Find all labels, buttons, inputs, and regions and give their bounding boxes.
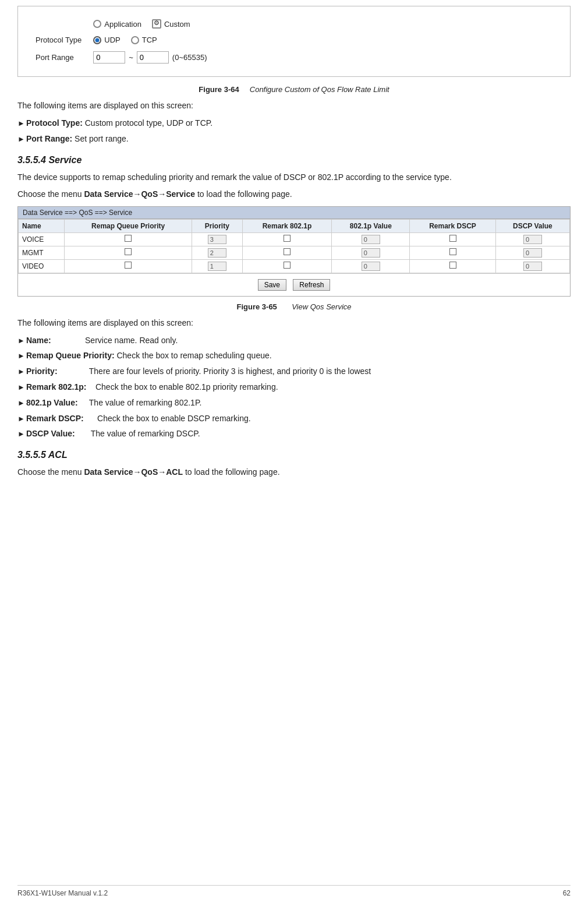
application-radio-item[interactable]: Application — [93, 20, 141, 29]
menu-path-acl: Data Service→QoS→ACL — [84, 467, 183, 477]
udp-radio-item[interactable]: UDP — [93, 36, 120, 44]
voice-802val-input[interactable] — [362, 235, 380, 244]
row-video-priority — [192, 259, 243, 273]
row-video-name: VIDEO — [19, 259, 65, 273]
remark802-desc: Check the box to enable 802.1p priority … — [86, 382, 278, 392]
row-video-remarkdscp[interactable] — [410, 259, 495, 273]
row-voice-dscpval — [495, 232, 569, 246]
voice-priority-input[interactable] — [208, 235, 226, 244]
priority-desc: There are four levels of priority. Prior… — [58, 366, 371, 376]
custom-radio-item[interactable]: Custom — [152, 19, 190, 29]
col-remap: Remap Queue Priority — [65, 219, 192, 232]
service-table-title: Data Service ==> QoS ==> Service — [18, 207, 570, 219]
value802-desc: The value of remarking 802.1P. — [78, 398, 202, 407]
row-mgmt-802val — [332, 246, 410, 259]
para-end: to load the following page. — [183, 467, 280, 477]
mgmt-dscpval-input[interactable] — [523, 248, 542, 258]
row-voice-priority — [192, 232, 243, 246]
mgmt-remap-cb[interactable] — [125, 248, 132, 255]
voice-remarkdscp-cb[interactable] — [449, 235, 456, 242]
table-row: MGMT — [19, 246, 570, 259]
custom-label: Custom — [164, 20, 190, 29]
col-priority: Priority — [192, 219, 243, 232]
row-voice-remarkdscp[interactable] — [410, 232, 495, 246]
voice-remark802-cb[interactable] — [284, 235, 291, 242]
remap-item: ►Remap Queue Priority: Check the box to … — [17, 349, 571, 362]
col-dscpval: DSCP Value — [495, 219, 569, 232]
video-dscpval-input[interactable] — [523, 262, 542, 271]
tcp-radio-item[interactable]: TCP — [131, 36, 157, 44]
col-remark802: Remark 802.1p — [242, 219, 332, 232]
footer-right: 62 — [563, 889, 571, 897]
application-label: Application — [104, 20, 141, 29]
save-button[interactable]: Save — [258, 279, 286, 291]
video-remark802-cb[interactable] — [284, 262, 291, 269]
row-voice-remark802[interactable] — [242, 232, 332, 246]
protocol-type-desc: Custom protocol type, UDP or TCP. — [85, 118, 212, 128]
table-row: VOICE — [19, 232, 570, 246]
figure-64-box: Application Custom Protocol Type UDP — [17, 6, 571, 77]
section-354-heading: 3.5.5.4 Service — [17, 155, 571, 165]
section355-para: Choose the menu Data Service→QoS→ACL to … — [17, 466, 571, 478]
priority-item: ►Priority: There are four levels of prio… — [17, 365, 571, 378]
row-mgmt-dscpval — [495, 246, 569, 259]
port-range-row: Port Range ~ (0~65535) — [30, 48, 213, 67]
footer-left: R36X1-W1User Manual v.1.2 — [17, 889, 108, 897]
port-range-label: Port Range — [30, 48, 87, 67]
port-range-to[interactable] — [137, 51, 169, 64]
service-table-buttons: Save Refresh — [18, 273, 570, 296]
row-mgmt-remap[interactable] — [65, 246, 192, 259]
video-802val-input[interactable] — [362, 262, 380, 271]
row-video-remark802[interactable] — [242, 259, 332, 273]
udp-radio-circle — [93, 36, 101, 44]
dscpval-bold: DSCP Value: — [26, 429, 75, 438]
row-video-dscpval — [495, 259, 569, 273]
row-mgmt-priority — [192, 246, 243, 259]
col-name: Name — [19, 219, 65, 232]
page-footer: R36X1-W1User Manual v.1.2 62 — [17, 885, 571, 897]
remarkdscp-item: ►Remark DSCP: Check the box to enable DS… — [17, 412, 571, 425]
value802-bold: 802.1p Value: — [26, 398, 78, 407]
port-range-from[interactable] — [93, 51, 125, 64]
section-355-heading: 3.5.5.5 ACL — [17, 450, 571, 460]
choose-menu-text: Choose the menu — [17, 189, 84, 199]
video-priority-input[interactable] — [208, 262, 226, 271]
dscpval-item: ►DSCP Value: The value of remarking DSCP… — [17, 427, 571, 440]
port-range-desc: Set port range. — [75, 134, 129, 143]
value802-item: ►802.1p Value: The value of remarking 80… — [17, 396, 571, 410]
mgmt-802val-input[interactable] — [362, 248, 380, 258]
figure-65-caption: Figure 3-65 View Qos Service — [17, 302, 571, 311]
remarkdscp-desc: Check the box to enable DSCP remarking. — [84, 414, 251, 423]
video-remarkdscp-cb[interactable] — [449, 262, 456, 269]
port-range-hint: (0~65535) — [172, 53, 207, 62]
radio-app-custom-row: Application Custom — [30, 16, 213, 32]
voice-dscpval-input[interactable] — [523, 235, 542, 244]
remark802-bold: Remark 802.1p: — [26, 382, 87, 392]
tcp-label: TCP — [142, 36, 157, 44]
intro-text-2: The following items are displayed on thi… — [17, 317, 571, 329]
row-mgmt-remark802[interactable] — [242, 246, 332, 259]
row-video-remap[interactable] — [65, 259, 192, 273]
name-desc: Service name. Read only. — [51, 336, 178, 345]
protocol-type-label: Protocol Type — [30, 32, 87, 48]
video-remap-cb[interactable] — [125, 262, 132, 269]
custom-settings-icon — [152, 19, 161, 29]
service-table-container: Data Service ==> QoS ==> Service Name Re… — [17, 206, 571, 297]
refresh-button[interactable]: Refresh — [293, 279, 330, 291]
mgmt-remark802-cb[interactable] — [284, 248, 291, 255]
figure-64-caption: Figure 3-64 Configure Custom of Qos Flow… — [17, 85, 571, 94]
table-row: VIDEO — [19, 259, 570, 273]
name-bold: Name: — [26, 336, 51, 345]
fig65-title: View Qos Service — [292, 302, 351, 311]
mgmt-remarkdscp-cb[interactable] — [449, 248, 456, 255]
row-voice-remap[interactable] — [65, 232, 192, 246]
intro-text-1: The following items are displayed on thi… — [17, 100, 571, 112]
port-range-item: ►Port Range: Set port range. — [17, 132, 571, 146]
mgmt-priority-input[interactable] — [208, 248, 226, 258]
row-mgmt-remarkdscp[interactable] — [410, 246, 495, 259]
voice-remap-cb[interactable] — [125, 235, 132, 242]
remap-bold: Remap Queue Priority: — [26, 351, 115, 360]
row-voice-802val — [332, 232, 410, 246]
protocol-type-row: Protocol Type UDP TCP — [30, 32, 213, 48]
tcp-radio-circle — [131, 36, 139, 44]
